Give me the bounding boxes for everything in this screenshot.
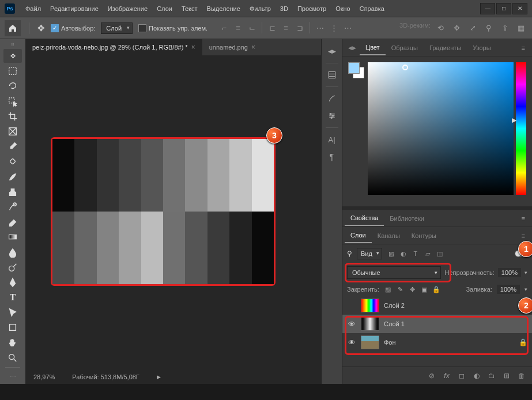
tab-close-icon[interactable]: × bbox=[251, 43, 255, 51]
eraser-tool[interactable] bbox=[3, 215, 22, 229]
tab-document-1[interactable]: peiz-priroda-voda-nebo.jpg @ 29% (Слой 1… bbox=[25, 39, 202, 55]
type-tool[interactable]: T bbox=[3, 290, 22, 304]
blend-mode-dropdown[interactable]: Обычные bbox=[347, 266, 441, 279]
lock-artboard-icon[interactable]: ▣ bbox=[420, 285, 429, 294]
show-controls-checkbox[interactable] bbox=[138, 24, 146, 32]
layer-thumbnail[interactable] bbox=[361, 317, 379, 331]
lasso-tool[interactable] bbox=[3, 79, 22, 93]
minimize-button[interactable]: — bbox=[480, 3, 495, 14]
lock-icon[interactable]: 🔒 bbox=[519, 338, 527, 346]
workspace-icon[interactable]: ▦ bbox=[515, 22, 527, 35]
autoselect-checkbox[interactable]: ✓ bbox=[51, 24, 59, 32]
delete-layer-icon[interactable]: 🗑 bbox=[517, 372, 526, 380]
layer-row-fon[interactable]: 👁 Фон 🔒 bbox=[342, 333, 532, 352]
opacity-value[interactable]: 100% bbox=[498, 268, 521, 277]
layer-thumbnail[interactable] bbox=[361, 335, 379, 349]
move-tool[interactable]: ✥ bbox=[3, 49, 22, 63]
filter-type-icon[interactable]: T bbox=[411, 249, 420, 258]
layer-name[interactable]: Слой 1 bbox=[384, 320, 405, 327]
opacity-dropdown-icon[interactable]: ▾ bbox=[525, 270, 527, 276]
menu-file[interactable]: Файл bbox=[21, 3, 46, 14]
menu-layers[interactable]: Слои bbox=[152, 3, 177, 14]
align-bottom-icon[interactable]: ⌙ bbox=[246, 22, 258, 35]
share-icon[interactable]: ⇪ bbox=[499, 22, 511, 35]
search-icon[interactable]: ⚲ bbox=[347, 250, 352, 258]
menu-select[interactable]: Выделение bbox=[202, 3, 245, 14]
panel-menu-icon[interactable]: ≡ bbox=[517, 232, 530, 239]
gradient-tool[interactable] bbox=[3, 230, 22, 244]
align-right-icon[interactable]: ⊐ bbox=[293, 22, 306, 35]
layer-name[interactable]: Слой 2 bbox=[384, 302, 405, 309]
filter-pixel-icon[interactable]: ▨ bbox=[387, 249, 396, 258]
menu-image[interactable]: Изображение bbox=[103, 3, 152, 14]
autoselect-target-dropdown[interactable]: Слой bbox=[101, 22, 133, 34]
toolbar-grip[interactable]: ⠿ bbox=[3, 43, 22, 48]
brush-tool[interactable] bbox=[3, 170, 22, 184]
lock-transparency-icon[interactable]: ▨ bbox=[384, 285, 393, 294]
shape-tool[interactable] bbox=[3, 320, 22, 334]
zoom-tool[interactable] bbox=[3, 351, 22, 365]
filter-adjust-icon[interactable]: ◐ bbox=[399, 249, 408, 258]
pen-tool[interactable] bbox=[3, 276, 22, 289]
tab-color[interactable]: Цвет bbox=[360, 40, 386, 55]
lock-pixels-icon[interactable]: ✎ bbox=[396, 285, 405, 294]
distribute-h-icon[interactable]: ⋯ bbox=[314, 22, 326, 35]
align-top-icon[interactable]: ⌐ bbox=[218, 22, 231, 35]
tab-gradients[interactable]: Градиенты bbox=[424, 41, 467, 55]
home-button[interactable] bbox=[5, 20, 21, 36]
hue-slider[interactable]: ▶ bbox=[516, 62, 526, 195]
menu-edit[interactable]: Редактирование bbox=[46, 3, 103, 14]
hand-tool[interactable] bbox=[3, 336, 22, 350]
tab-close-icon[interactable]: × bbox=[191, 43, 195, 51]
autoselect-option[interactable]: ✓ Автовыбор: bbox=[51, 24, 95, 32]
color-field[interactable] bbox=[368, 62, 514, 195]
history-panel-icon[interactable] bbox=[324, 67, 340, 82]
more-options-icon[interactable]: ⋯ bbox=[341, 22, 354, 35]
fg-bg-swatches[interactable] bbox=[348, 62, 365, 201]
fill-value[interactable]: 100% bbox=[497, 285, 520, 294]
character-panel-icon[interactable]: A| bbox=[324, 132, 340, 147]
expand-panels-icon[interactable]: ◀▶ bbox=[324, 44, 340, 59]
filter-smart-icon[interactable]: ◫ bbox=[435, 249, 444, 258]
history-brush-tool[interactable] bbox=[3, 200, 22, 214]
panel-menu-icon[interactable]: ≡ bbox=[517, 44, 530, 51]
distribute-v-icon[interactable]: ⋮ bbox=[327, 22, 340, 35]
visibility-toggle[interactable]: 👁 bbox=[347, 320, 356, 329]
lock-position-icon[interactable]: ✥ bbox=[408, 285, 417, 294]
align-vcenter-icon[interactable]: ≡ bbox=[232, 22, 244, 35]
menu-view[interactable]: Просмотр bbox=[293, 3, 331, 14]
object-select-tool[interactable] bbox=[3, 95, 22, 108]
eyedropper-tool[interactable] bbox=[3, 139, 22, 153]
fill-dropdown-icon[interactable]: ▾ bbox=[525, 286, 527, 292]
brushes-panel-icon[interactable] bbox=[324, 91, 340, 106]
show-controls-option[interactable]: Показать упр. элем. bbox=[138, 24, 207, 32]
menu-help[interactable]: Справка bbox=[355, 3, 389, 14]
dodge-tool[interactable] bbox=[3, 261, 22, 274]
close-button[interactable]: ✕ bbox=[512, 3, 527, 14]
marquee-tool[interactable] bbox=[3, 64, 22, 78]
brush-settings-panel-icon[interactable] bbox=[324, 108, 340, 123]
3d-walk-icon[interactable]: ⤢ bbox=[466, 22, 479, 35]
layer-filter-kind-dropdown[interactable]: Вид bbox=[357, 248, 382, 259]
visibility-toggle[interactable]: 👁 bbox=[347, 338, 356, 347]
paragraph-panel-icon[interactable]: ¶ bbox=[324, 149, 340, 164]
layer-name[interactable]: Фон bbox=[384, 339, 396, 346]
healing-tool[interactable] bbox=[3, 154, 22, 168]
group-layers-icon[interactable]: 🗀 bbox=[487, 372, 496, 380]
fg-color-swatch[interactable] bbox=[348, 62, 360, 74]
search-icon[interactable]: ⚲ bbox=[482, 22, 495, 35]
color-cursor[interactable] bbox=[402, 65, 408, 70]
tab-layers[interactable]: Слои bbox=[345, 228, 372, 243]
edit-toolbar[interactable]: ⋯ bbox=[3, 370, 22, 384]
tab-libraries[interactable]: Библиотеки bbox=[384, 212, 430, 225]
tab-properties[interactable]: Свойства bbox=[345, 211, 384, 226]
tab-channels[interactable]: Каналы bbox=[372, 229, 406, 243]
new-layer-icon[interactable]: ⊞ bbox=[502, 372, 511, 380]
adjustment-layer-icon[interactable]: ◐ bbox=[472, 372, 481, 380]
tab-document-2[interactable]: unnamed.png × bbox=[202, 39, 262, 55]
3d-orbit-icon[interactable]: ⟲ bbox=[434, 22, 447, 35]
menu-text[interactable]: Текст bbox=[177, 3, 202, 14]
align-left-icon[interactable]: ⊏ bbox=[266, 22, 278, 35]
maximize-button[interactable]: □ bbox=[496, 3, 511, 14]
layer-fx-icon[interactable]: fx bbox=[442, 372, 451, 380]
